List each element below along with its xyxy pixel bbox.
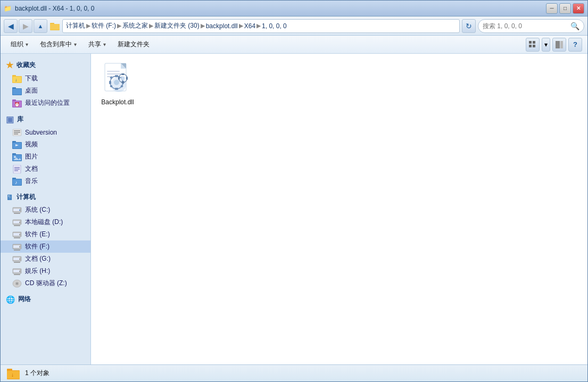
sidebar-item-z-drive[interactable]: CD 驱动器 (Z:) <box>1 277 90 289</box>
share-button[interactable]: 共享 ▾ <box>84 38 111 52</box>
sidebar-item-download[interactable]: ↓ 下载 <box>1 72 90 85</box>
svg-rect-71 <box>107 71 120 72</box>
sidebar-item-f-drive[interactable]: 软件 (F:) <box>1 240 90 253</box>
network-icon: 🌐 <box>6 295 15 304</box>
organize-button[interactable]: 组织 ▾ <box>6 38 33 52</box>
svg-text:⏰: ⏰ <box>14 102 20 107</box>
sidebar-item-c-drive[interactable]: 系统 (C:) <box>1 204 90 216</box>
view-dropdown-button[interactable]: ▾ <box>542 38 550 52</box>
search-icon[interactable]: 🔍 <box>570 22 579 30</box>
favorites-header: ★ 收藏夹 <box>1 58 90 72</box>
svg-rect-55 <box>13 245 20 248</box>
sidebar-item-subversion[interactable]: Subversion <box>1 127 90 138</box>
organize-label: 组织 <box>11 40 23 49</box>
svg-rect-3 <box>529 41 532 44</box>
subversion-icon <box>12 128 22 137</box>
include-library-button[interactable]: 包含到库中 ▾ <box>35 38 81 52</box>
svg-point-48 <box>19 222 20 223</box>
sidebar-item-label: 文档 (G:) <box>25 254 51 263</box>
g-drive-icon <box>12 255 22 263</box>
sidebar-item-label: Subversion <box>25 129 57 136</box>
address-bar-row: ◀ ▶ ▲ 计算机 ▶ 软件 (F:) ▶ 系统之家 ▶ 新建文件夹 (30) … <box>1 16 587 36</box>
organize-dropdown-arrow: ▾ <box>26 41 28 47</box>
title-bar-controls: ─ □ ✕ <box>546 3 584 14</box>
svg-rect-46 <box>14 225 20 226</box>
address-path[interactable]: 计算机 ▶ 软件 (F:) ▶ 系统之家 ▶ 新建文件夹 (30) ▶ back… <box>62 19 460 33</box>
d-drive-icon <box>12 218 22 227</box>
sidebar-item-recent[interactable]: ⏰ 最近访问的位置 <box>1 97 90 109</box>
back-button[interactable]: ◀ <box>4 19 18 33</box>
svg-rect-22 <box>14 132 20 133</box>
forward-button[interactable]: ▶ <box>19 19 32 33</box>
svg-rect-4 <box>533 41 535 44</box>
sidebar-item-label: 软件 (E:) <box>25 230 50 239</box>
svg-point-76 <box>114 80 119 85</box>
file-name: Backplot.dll <box>101 98 134 106</box>
sidebar-item-document[interactable]: 文档 <box>1 163 90 175</box>
svg-rect-34 <box>14 167 20 168</box>
svg-rect-23 <box>14 134 18 135</box>
sidebar-item-label: CD 驱动器 (Z:) <box>25 279 67 288</box>
sidebar-item-h-drive[interactable]: 娱乐 (H:) <box>1 265 90 277</box>
maximize-button[interactable]: □ <box>559 3 571 14</box>
window-title: backplot.dll - X64 - 1, 0, 0, 0 <box>15 5 94 12</box>
svg-point-44 <box>19 210 20 211</box>
sidebar-item-label: 桌面 <box>25 86 38 95</box>
status-folder-icon: ↓ <box>7 367 20 380</box>
include-dropdown-arrow: ▾ <box>74 41 77 47</box>
recent-folder-icon: ⏰ <box>12 99 22 107</box>
svg-point-64 <box>19 271 20 272</box>
computer-icon: 🖥 <box>6 193 13 202</box>
svg-rect-36 <box>14 170 18 171</box>
picture-icon <box>12 153 22 161</box>
library-section: ▣ 库 Subversion 视频 <box>1 112 90 187</box>
sidebar-item-label: 最近访问的位置 <box>25 98 70 107</box>
network-title: 网络 <box>18 295 31 304</box>
sidebar-item-picture[interactable]: 图片 <box>1 151 90 163</box>
sidebar-item-e-drive[interactable]: 软件 (E:) <box>1 228 90 240</box>
sidebar-item-label: 下载 <box>25 74 38 83</box>
path-f-drive: 软件 (F:) <box>92 21 116 30</box>
svg-rect-79 <box>109 81 111 84</box>
svg-rect-90 <box>126 77 128 80</box>
new-folder-button[interactable]: 新建文件夹 <box>113 38 154 52</box>
c-drive-icon <box>12 206 22 214</box>
svg-rect-15 <box>13 89 21 95</box>
svg-rect-54 <box>14 250 20 251</box>
svg-rect-8 <box>560 41 563 48</box>
sidebar-item-g-drive[interactable]: 文档 (G:) <box>1 253 90 265</box>
view-button[interactable] <box>526 38 540 52</box>
library-header: ▣ 库 <box>1 112 90 127</box>
svg-point-31 <box>14 156 16 158</box>
svg-rect-43 <box>13 209 20 211</box>
nav-btn-group: ◀ ▶ ▲ <box>4 19 47 33</box>
desktop-folder-icon <box>12 87 22 95</box>
refresh-button[interactable]: ↻ <box>462 19 476 33</box>
sidebar-item-label: 音乐 <box>25 177 38 186</box>
help-button[interactable]: ? <box>568 38 582 52</box>
dll-file-icon <box>103 62 132 96</box>
sidebar-item-d-drive[interactable]: 本地磁盘 (D:) <box>1 216 90 228</box>
svg-rect-87 <box>122 73 125 75</box>
minimize-button[interactable]: ─ <box>546 3 558 14</box>
network-section: 🌐 网络 <box>1 293 90 306</box>
music-icon: ♪ <box>12 177 22 186</box>
close-button[interactable]: ✕ <box>573 3 584 14</box>
svg-text:↓: ↓ <box>15 78 17 82</box>
svg-rect-59 <box>13 258 20 260</box>
preview-button[interactable] <box>552 38 566 52</box>
f-drive-icon <box>12 243 22 251</box>
sidebar-item-desktop[interactable]: 桌面 <box>1 85 90 97</box>
file-item-backplot-dll[interactable]: Backplot.dll <box>96 59 139 109</box>
favorites-star-icon: ★ <box>6 60 13 70</box>
svg-rect-62 <box>14 274 20 275</box>
search-box[interactable]: 🔍 <box>478 19 584 33</box>
svg-rect-7 <box>556 41 560 48</box>
path-folder-icon <box>49 21 60 31</box>
svg-point-60 <box>19 259 20 260</box>
search-input[interactable] <box>483 22 568 30</box>
sidebar-item-video[interactable]: 视频 <box>1 138 90 151</box>
sidebar-item-music[interactable]: ♪ 音乐 <box>1 175 90 187</box>
svg-text:♪: ♪ <box>15 180 18 185</box>
up-button[interactable]: ▲ <box>34 19 47 33</box>
